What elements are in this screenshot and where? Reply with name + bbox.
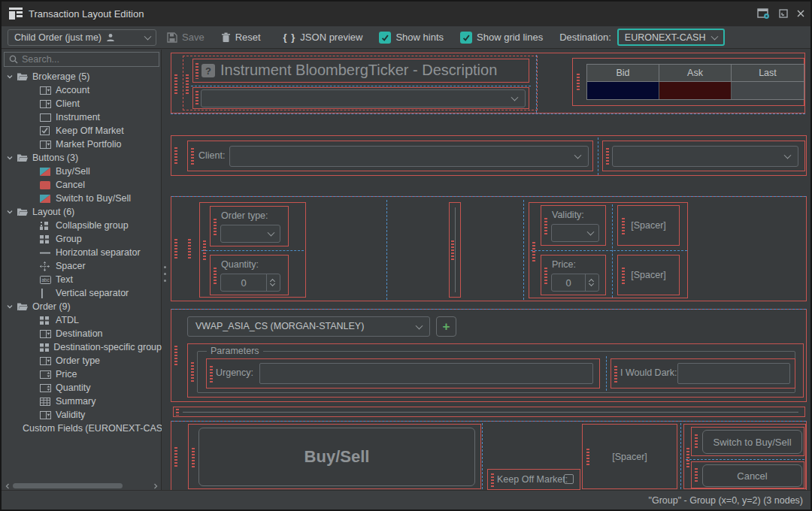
spinner-buttons[interactable] [266,274,280,291]
drag-grip[interactable] [695,468,698,483]
price-element[interactable]: Price: 0 [541,255,606,295]
urgency-element[interactable]: Urgency: [206,358,600,389]
strategy-combobox[interactable]: VWAP_ASIA_CS (MORGAN-STANLEY) [187,316,430,337]
group-client-row[interactable]: Client: [171,135,807,176]
search-input[interactable] [22,54,159,65]
drag-grip[interactable] [451,240,454,260]
tree-item-price[interactable]: Price [2,367,162,381]
drag-grip[interactable] [176,409,179,416]
tree-item-order-type[interactable]: Order type [2,354,162,367]
iwould-dark-element[interactable]: I Would Dark: [611,358,795,389]
tree-item-vertical-separator[interactable]: Vertical separator [2,286,162,300]
tree-item-group[interactable]: Group [2,232,162,246]
layout-profile-select[interactable]: Child Order (just me) [8,29,156,46]
tree-item-collapsible-group[interactable]: Collapsible group [2,219,162,232]
group-buttons-row[interactable]: Buy/Sell Keep Off Market: [Spacer] [171,421,807,491]
validity-combobox[interactable] [551,224,599,242]
scroll-left-icon[interactable] [5,483,11,489]
drag-grip[interactable] [491,473,494,487]
tree-item-atdl[interactable]: ATDL [2,313,162,327]
portfolio-combobox[interactable] [612,146,798,167]
spacer-element[interactable]: [Spacer] [617,205,680,246]
destination-select[interactable]: EURONEXT-CASH [617,29,726,46]
reset-button[interactable]: Reset [221,32,261,43]
client-element[interactable]: Client: [187,141,593,171]
spinner-buttons[interactable] [585,274,598,291]
drag-grip[interactable] [544,218,547,234]
group-atdl[interactable]: VWAP_ASIA_CS (MORGAN-STANLEY) + Paramete… [171,309,807,402]
cancel-element[interactable]: Cancel [691,461,804,488]
drag-grip[interactable] [174,147,177,165]
quantity-spinner[interactable]: 0 [220,274,280,292]
restore-window-icon[interactable] [776,7,791,20]
left-field-group[interactable]: Order type: Quantity: 0 [199,202,306,298]
tree-item-client[interactable]: Client [2,97,162,110]
urgency-input[interactable] [259,363,593,384]
drag-grip[interactable] [544,268,547,284]
chevron-down-icon[interactable] [6,208,17,216]
instrument-group[interactable]: ? Instrument BloombergTicker - Descripti… [183,56,538,110]
client-combobox[interactable] [229,146,589,167]
iwould-dark-input[interactable] [677,363,790,384]
drag-grip[interactable] [606,148,609,165]
drag-grip[interactable] [210,366,213,382]
drag-grip[interactable] [214,219,217,235]
buy-sell-element[interactable]: Buy/Sell [188,424,481,489]
close-icon[interactable] [793,7,808,20]
instrument-header-element[interactable]: ? Instrument BloombergTicker - Descripti… [192,59,529,83]
drag-grip[interactable] [195,63,198,79]
group-order-fields[interactable]: Order type: Quantity: 0 [171,196,807,301]
drag-grip[interactable] [192,448,195,467]
parameters-group-element[interactable]: Parameters Urgency: I Would Dark: [187,343,804,398]
instrument-combo-element[interactable] [192,87,529,109]
tree-item-text[interactable]: abcText [2,273,162,286]
tree-folder-layout-6[interactable]: Layout (6) [2,205,162,219]
window-settings-icon[interactable] [756,7,771,20]
save-button[interactable]: Save [167,32,205,43]
chevron-down-icon[interactable] [6,154,17,162]
search-box[interactable] [4,52,159,67]
show-hints-checkbox[interactable]: Show hints [379,32,444,44]
summary-table-element[interactable]: BidAskLast [572,58,804,106]
tree-item-keep-off-market[interactable]: Keep Off Market [2,124,162,138]
chevron-down-icon[interactable] [6,73,17,80]
tree-item-switch-to-buy-sell[interactable]: Switch to Buy/Sell [2,192,162,205]
tree-item-destination-specific-group[interactable]: Destination-specific group [2,340,162,354]
scrollbar-thumb[interactable] [13,483,123,488]
tree-item-buy-sell[interactable]: Buy/Sell [2,165,162,178]
order-type-combobox[interactable] [220,225,280,243]
json-preview-button[interactable]: { } JSON preview [283,32,363,43]
tree-item-cancel[interactable]: Cancel [2,178,162,192]
tree-item-quantity[interactable]: Quantity [2,381,162,395]
drag-grip[interactable] [695,434,698,449]
keep-off-market-element[interactable]: Keep Off Market: [487,469,580,490]
drag-grip[interactable] [577,74,580,90]
market-portfolio-element[interactable] [602,141,805,171]
drag-grip[interactable] [174,239,177,259]
tree-folder-buttons-3[interactable]: Buttons (3) [2,151,162,165]
validity-element[interactable]: Validity: [541,205,606,246]
drag-grip[interactable] [614,366,617,382]
spacer-element[interactable]: [Spacer] [617,255,680,295]
instrument-combobox[interactable] [201,89,526,107]
drag-grip[interactable] [195,91,198,106]
drag-grip[interactable] [174,346,177,365]
tree-item-horizontal-separator[interactable]: Horizontal separator [2,246,162,259]
tree-item-summary[interactable]: Summary [2,395,162,408]
drag-grip[interactable] [186,74,189,94]
tree-item-account[interactable]: Account [2,83,162,97]
sidebar-splitter[interactable] [162,50,168,493]
order-type-element[interactable]: Order type: [210,206,289,246]
tree-folder-brokerage-5[interactable]: Brokerage (5) [2,70,162,83]
price-spinner[interactable]: 0 [551,274,599,292]
tree-folder-order-9[interactable]: Order (9) [2,300,162,313]
buy-sell-button[interactable]: Buy/Sell [198,428,475,486]
drag-grip[interactable] [622,268,625,284]
tree-item-market-portfolio[interactable]: Market Portfolio [2,138,162,151]
scroll-right-icon[interactable] [153,483,159,489]
show-grid-lines-checkbox[interactable]: Show grid lines [460,32,543,44]
drag-grip[interactable] [686,448,689,467]
drag-grip[interactable] [188,239,191,259]
horizontal-separator-element[interactable] [173,407,805,417]
keep-off-market-checkbox[interactable] [564,474,574,484]
